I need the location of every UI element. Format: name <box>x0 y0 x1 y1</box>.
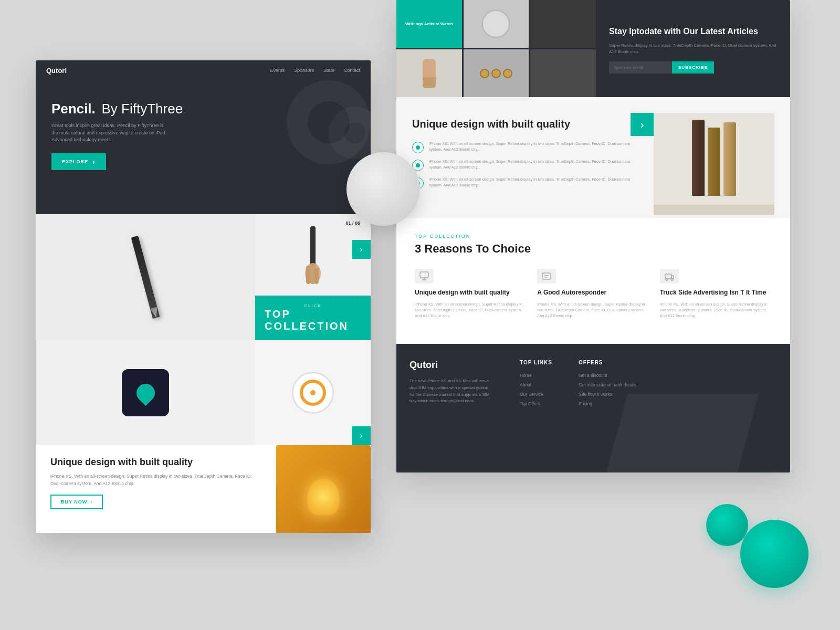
timer-dot <box>310 390 316 395</box>
hand-svg <box>417 56 441 90</box>
feature-text-2: iPhone XS. With an all-screen design. Su… <box>429 159 643 171</box>
unique-title: Unique design with built quality <box>50 457 261 468</box>
quality-product-image <box>654 113 774 215</box>
svg-rect-4 <box>310 267 314 284</box>
reason-icon-1 <box>415 269 434 284</box>
page-counter: 01 / 06 <box>345 220 360 226</box>
tile-label: Withings Activité Watch <box>405 22 453 26</box>
quality-title: Unique design with built quality <box>412 118 643 130</box>
article-tile-device <box>464 0 529 48</box>
bulb-product-card <box>276 445 371 533</box>
footer-link-service[interactable]: Our Service <box>520 392 552 397</box>
nav-link-state[interactable]: State <box>323 68 334 73</box>
quality-section: Unique design with built quality iPhone … <box>396 97 790 218</box>
top-collection-banner[interactable]: clicK TOP COLLECTION <box>255 296 371 340</box>
unique-design-text: Unique design with built quality iPhone … <box>36 445 276 533</box>
nav-link-contact[interactable]: Contact <box>344 68 360 73</box>
article-desc: Super Retina display in two sizes. TrueD… <box>609 43 777 55</box>
truck-icon <box>664 271 675 281</box>
footer-offer-discount[interactable]: Get a discount <box>579 373 636 378</box>
svg-point-16 <box>671 278 673 280</box>
footer-offers-title: OFFERS <box>579 360 636 365</box>
article-tile-dark <box>530 0 596 48</box>
quality-feature-1: iPhone XS. With an all-screen design. Su… <box>412 141 643 153</box>
left-hero: Pencil. By FiftyThree Great tools inspir… <box>36 80 371 214</box>
footer-top-links-title: TOP LINKS <box>520 360 552 365</box>
subscribe-button[interactable]: SUBSCRIBE <box>672 61 714 74</box>
right-article-text: Stay Iptodate with Our Latest Articles S… <box>596 0 790 97</box>
svg-rect-11 <box>542 273 551 279</box>
reason-desc-2: iPhone XS. With an all-screen design. Su… <box>537 301 649 319</box>
monitor-icon <box>419 271 429 281</box>
reason-icon-2 <box>537 269 556 284</box>
timer-illustration <box>292 372 334 414</box>
pencil-light <box>723 122 736 196</box>
article-title: Stay Iptodate with Our Latest Articles <box>609 26 777 37</box>
quality-feature-2: iPhone XS. With an all-screen design. Su… <box>412 159 643 171</box>
pencil-base <box>654 205 774 215</box>
coin <box>503 69 512 78</box>
svg-rect-7 <box>423 77 436 88</box>
nav-link-events[interactable]: Events <box>270 68 285 73</box>
coins-illustration <box>480 69 512 78</box>
reasons-label: TOP COLLECTION <box>415 234 772 239</box>
footer-brand-desc: The new iPhone XS and XS Max will leave … <box>410 378 494 405</box>
reason-icon-3 <box>660 269 679 284</box>
footer-link-about[interactable]: About <box>520 382 552 387</box>
subscribe-input[interactable] <box>609 61 672 74</box>
pencil-product-card <box>36 214 255 340</box>
reasons-title: 3 Reasons To Choice <box>415 242 772 256</box>
right-footer: Qutori The new iPhone XS and XS Max will… <box>396 344 790 472</box>
svg-rect-3 <box>306 266 310 284</box>
feature-icon-1 <box>412 142 424 153</box>
footer-offer-bank[interactable]: Get international bank details <box>579 382 636 387</box>
footer-link-offers[interactable]: Top Offers <box>520 401 552 406</box>
nav-link-sponsors[interactable]: Sponsors <box>294 68 314 73</box>
product-row-1: clicK TOP COLLECTION 01 / 06 › <box>36 214 371 340</box>
feature-icon-inner-1 <box>416 145 420 150</box>
article-tile-coins <box>464 49 529 97</box>
earbud-shape <box>132 380 158 405</box>
article-tile-hand <box>396 49 462 97</box>
left-nav-links: Events Sponsors State Contact <box>270 68 360 73</box>
hand-pencil-svg <box>295 224 331 287</box>
feature-icon-inner-2 <box>416 163 420 167</box>
reason-item-3: Truck Side Advertising Isn T It Time iPh… <box>660 269 772 319</box>
earbud-illustration <box>122 369 169 416</box>
unique-desc: iPhone XS. With an all-screen design. Su… <box>50 473 261 487</box>
pencil-illustration <box>131 236 160 319</box>
hero-description: Great tools inspire great ideas. Pencil … <box>51 122 167 144</box>
footer-link-home[interactable]: Home <box>520 373 552 378</box>
left-nav: Qutori Events Sponsors State Contact <box>36 60 371 80</box>
footer-bg-shape <box>606 394 759 472</box>
reason-title-1: Unique design with built quality <box>415 289 527 297</box>
product-nav-arrow-2[interactable]: › <box>352 426 371 445</box>
pencil-dark <box>692 120 705 196</box>
pencil-gold <box>708 128 720 196</box>
svg-rect-5 <box>314 268 319 284</box>
buy-now-button[interactable]: BUY NOW › <box>50 495 103 509</box>
top-coll-sub: clicK <box>304 303 322 308</box>
svg-point-15 <box>666 278 668 280</box>
svg-rect-8 <box>420 272 428 278</box>
article-tile-6 <box>530 49 596 97</box>
product-row-2: › <box>36 340 371 445</box>
article-tile-teal: Withings Activité Watch <box>396 0 462 48</box>
message-icon <box>541 271 552 281</box>
white-sphere <box>346 152 420 226</box>
product-nav-arrow[interactable]: › <box>352 240 371 259</box>
footer-brand-name: Qutori <box>410 360 494 371</box>
coin <box>491 69 501 78</box>
reasons-grid: Unique design with built quality iPhone … <box>415 269 772 319</box>
top-coll-main: TOP COLLECTION <box>265 308 361 332</box>
feature-text-1: iPhone XS. With an all-screen design. Su… <box>429 141 643 153</box>
bulb-illustration <box>308 478 339 515</box>
svg-rect-0 <box>310 226 316 268</box>
reason-title-2: A Good Autoresponder <box>537 289 649 297</box>
quality-arrow-btn[interactable]: › <box>631 113 654 136</box>
footer-brand-col: Qutori The new iPhone XS and XS Max will… <box>396 344 507 472</box>
left-nav-logo: Qutori <box>46 67 67 75</box>
reason-desc-3: iPhone XS. With an all-screen design. Su… <box>660 301 772 319</box>
subscribe-row: SUBSCRIBE <box>609 61 777 74</box>
explore-button[interactable]: EXPLORE <box>51 153 106 170</box>
